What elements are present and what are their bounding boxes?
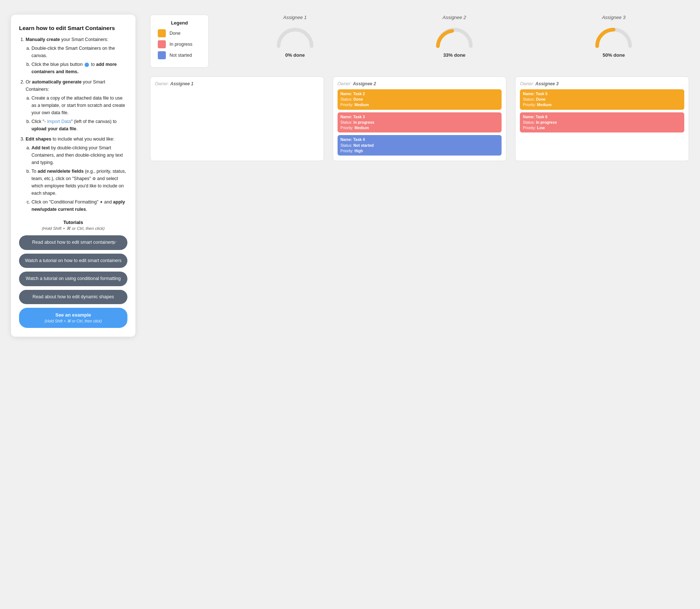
task5-name: Task 5	[536, 91, 547, 96]
step2b-bold: upload your data file	[31, 126, 76, 131]
step1-text: your Smart Containers:	[60, 37, 108, 42]
legend-done: Done	[158, 29, 201, 37]
inprogress-swatch	[158, 40, 166, 48]
task5-status: Done	[536, 97, 546, 101]
task-chip-task6: Name: Task 6 Status: In progress Priorit…	[520, 112, 684, 133]
step2b-pre: Click "-	[31, 119, 46, 124]
step2b: Click "- Import Data" (left of the canva…	[31, 118, 127, 132]
assignee-1-name: Assignee 1	[283, 15, 307, 20]
legend-inprogress: In progress	[158, 40, 201, 48]
see-example-label: See an example	[55, 312, 91, 318]
instruction-step-3: Edit shapes to include what you would li…	[26, 135, 127, 213]
task4-name: Task 4	[353, 137, 365, 142]
shapes-icon: ⚙	[92, 176, 96, 181]
step1b-pre: Click the blue plus button	[31, 62, 84, 67]
legend-notstarted: Not started	[158, 51, 201, 59]
btn1-label: Read about how to edit smart containers	[32, 240, 114, 245]
task6-name: Task 6	[536, 115, 547, 119]
notstarted-swatch	[158, 51, 166, 59]
left-panel: Learn how to edit Smart Containers Manua…	[11, 15, 135, 337]
assignee-3-card-owner: Owner: Assignee 3	[520, 81, 684, 86]
task3-priority: Medium	[354, 126, 369, 130]
import-data-link[interactable]: Import Data	[46, 119, 71, 124]
assignee-1-pct: 0% done	[285, 52, 305, 58]
task-chip-task2: Name: Task 2 Status: Done Priority: Medi…	[338, 89, 502, 110]
step3a: Add text by double-clicking your Smart C…	[31, 144, 127, 166]
done-label: Done	[170, 31, 180, 36]
assignee-3-col: Assignee 3 50% done	[539, 15, 689, 58]
instruction-step-1: Manually create your Smart Containers: D…	[26, 36, 127, 75]
right-top-row: Legend Done In progress Not started	[150, 15, 689, 68]
assignee-3-card: Owner: Assignee 3 Name: Task 5 Status: D…	[515, 76, 689, 161]
btn3-label: Watch a tutorial on using conditional fo…	[26, 276, 120, 281]
conditional-formatting-icon: ✦	[100, 200, 103, 204]
assignee-1-owner-name: Assignee 1	[170, 81, 193, 86]
step1b: Click the blue plus button to add more c…	[31, 61, 127, 75]
step2-bold: automatically generate	[32, 79, 81, 85]
assignee-3-name: Assignee 3	[602, 15, 625, 20]
assignee-2-gauge	[434, 23, 474, 49]
step2a: Create a copy of the attached data file …	[31, 94, 127, 116]
step3c-pre: Click on "Conditional Formatting"	[31, 199, 100, 205]
assignees-gauge-row: Assignee 1 0% done Assignee 2	[220, 15, 689, 58]
read-smart-containers-btn[interactable]: Read about how to edit smart containers …	[19, 235, 127, 250]
task5-priority: Medium	[537, 102, 552, 107]
task-chip-task3: Name: Task 3 Status: In progress Priorit…	[338, 112, 502, 133]
assignee-3-pct: 50% done	[603, 52, 625, 58]
instructions-list: Manually create your Smart Containers: D…	[19, 36, 127, 213]
done-swatch	[158, 29, 166, 37]
tutorials-subtitle: (Hold Shift + ⌘ or Ctrl, then click)	[19, 226, 127, 231]
main-layout: Learn how to edit Smart Containers Manua…	[11, 15, 689, 337]
step3-text: to include what you would like:	[51, 137, 114, 142]
legend-title: Legend	[158, 20, 201, 26]
step2b-post: " (left of the canvas) to	[71, 119, 117, 124]
task6-priority: Low	[537, 126, 545, 130]
step1-label: Manually create	[26, 37, 60, 42]
btn2-label: Watch a tutorial on how to edit smart co…	[25, 258, 122, 263]
assignee-2-pct: 33% done	[443, 52, 466, 58]
inprogress-label: In progress	[170, 42, 193, 47]
task-chip-task5: Name: Task 5 Status: Done Priority: Medi…	[520, 89, 684, 110]
step3b-bold: add new/delete fields	[38, 169, 84, 174]
assignee-1-card: Owner: Assignee 1	[150, 76, 324, 161]
task2-status: Done	[353, 97, 363, 101]
task4-status: Not started	[353, 143, 373, 147]
see-example-btn[interactable]: See an example (Hold Shift + ⌘ or Ctrl, …	[19, 308, 127, 328]
legend-box: Legend Done In progress Not started	[150, 15, 209, 68]
step3b: To add new/delete fields (e.g., priority…	[31, 168, 127, 197]
notstarted-label: Not started	[170, 53, 192, 58]
step3-label: Edit shapes	[26, 137, 51, 142]
task2-name: Task 2	[353, 91, 365, 96]
task-chip-task4: Name: Task 4 Status: Not started Priorit…	[338, 135, 502, 156]
assignee-2-col: Assignee 2 33% done	[379, 15, 529, 58]
step1b-post: to	[90, 62, 96, 67]
panel-title: Learn how to edit Smart Containers	[19, 25, 127, 31]
watch-smart-containers-btn[interactable]: Watch a tutorial on how to edit smart co…	[19, 254, 127, 268]
assignee-2-name: Assignee 2	[443, 15, 466, 20]
step3b-pre: To	[31, 169, 38, 174]
assignee-1-gauge	[275, 23, 315, 49]
assignee-cards-row: Owner: Assignee 1 Owner: Assignee 2 Name…	[150, 76, 689, 161]
task3-name: Task 3	[353, 115, 365, 119]
see-example-sub: (Hold Shift + ⌘ or Ctrl, then click)	[24, 318, 122, 324]
task4-priority: High	[354, 149, 363, 153]
assignee-3-owner-name: Assignee 3	[535, 81, 558, 86]
tutorials-title: Tutorials	[19, 220, 127, 225]
tutorials-section: Tutorials (Hold Shift + ⌘ or Ctrl, then …	[19, 220, 127, 328]
read-dynamic-shapes-btn[interactable]: Read about how to edit dynamic shapes	[19, 290, 127, 304]
assignee-2-owner-name: Assignee 2	[353, 81, 376, 86]
assignee-2-card-owner: Owner: Assignee 2	[338, 81, 502, 86]
right-panel: Legend Done In progress Not started	[150, 15, 689, 161]
step2-label: Or	[26, 79, 32, 85]
step1a: Double-click the Smart Containers on the…	[31, 45, 127, 59]
instruction-step-2: Or automatically generate your Smart Con…	[26, 78, 127, 132]
task6-status: In progress	[536, 120, 557, 124]
task2-priority: Medium	[354, 102, 369, 107]
assignee-3-gauge	[593, 23, 634, 49]
step3a-bold: Add text	[31, 145, 50, 150]
assignee-2-card: Owner: Assignee 2 Name: Task 2 Status: D…	[333, 76, 507, 161]
step2b-end: .	[76, 126, 77, 131]
watch-conditional-formatting-btn[interactable]: Watch a tutorial on using conditional fo…	[19, 272, 127, 286]
blue-plus-icon	[85, 63, 89, 67]
step3c: Click on "Conditional Formatting" ✦ and …	[31, 198, 127, 213]
